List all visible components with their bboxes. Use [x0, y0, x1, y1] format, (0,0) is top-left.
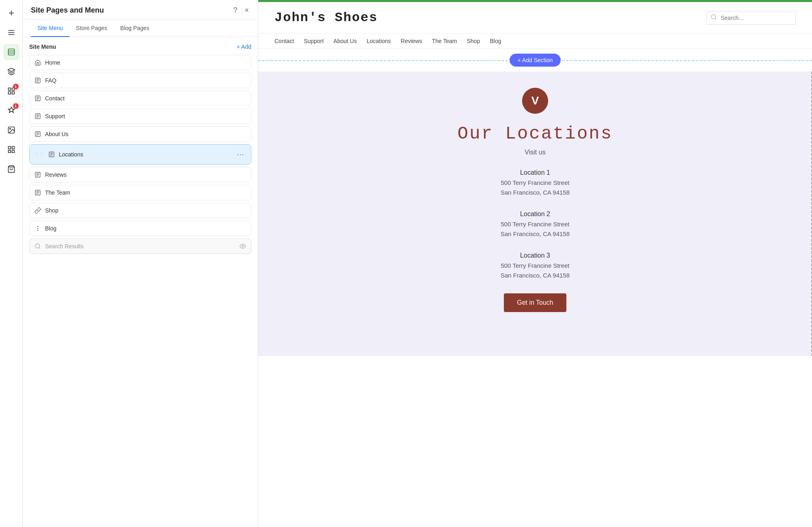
- plugins-badge: 1: [13, 103, 19, 109]
- apps-badge: 1: [13, 84, 19, 89]
- locations-more-button[interactable]: ⋯: [235, 149, 246, 160]
- logo-letter: V: [531, 94, 539, 107]
- nav-item-about-us[interactable]: About Us: [333, 38, 357, 44]
- pages-icon-btn[interactable]: [3, 44, 19, 60]
- nav-item-blog[interactable]: Blog: [490, 38, 501, 44]
- location-block-2: Location 2 500 Terry Francine Street San…: [274, 210, 796, 239]
- page-label-shop: Shop: [45, 207, 246, 214]
- svg-rect-11: [12, 92, 14, 94]
- panel-title: Site Pages and Menu: [31, 6, 104, 15]
- page-item-blog[interactable]: Blog: [29, 221, 251, 236]
- media-icon-btn[interactable]: [3, 122, 19, 138]
- preview-content: John's Shoes Contact Support About Us Lo…: [258, 2, 812, 527]
- help-button[interactable]: ?: [232, 6, 238, 15]
- svg-rect-17: [12, 150, 14, 153]
- location-2-name: Location 2: [274, 210, 796, 218]
- locations-subtitle: Visit us: [274, 149, 796, 156]
- nav-item-contact[interactable]: Contact: [274, 38, 294, 44]
- page-icon-blog: [35, 225, 41, 232]
- page-label-the-team: The Team: [45, 189, 246, 196]
- add-icon-btn[interactable]: [3, 5, 19, 21]
- drag-handle-locations[interactable]: ⋮⋮: [35, 152, 44, 157]
- page-icon-reviews: [35, 171, 41, 178]
- page-icon-support: [35, 113, 41, 119]
- site-search-input[interactable]: [706, 11, 796, 25]
- page-label-about-us: About Us: [45, 131, 246, 137]
- search-icon: [35, 243, 41, 249]
- svg-point-47: [37, 228, 38, 228]
- paint-icon-btn[interactable]: [3, 63, 19, 80]
- tab-store-pages[interactable]: Store Pages: [69, 20, 114, 37]
- panel-header: Site Pages and Menu ? ×: [23, 0, 258, 20]
- preview-area: John's Shoes Contact Support About Us Lo…: [258, 0, 812, 527]
- get-in-touch-button[interactable]: Get in Touch: [504, 293, 566, 312]
- location-2-street: 500 Terry Francine Street: [274, 219, 796, 229]
- page-item-search-results[interactable]: Search Results: [29, 239, 251, 254]
- site-logo: John's Shoes: [274, 10, 378, 25]
- page-label-blog: Blog: [45, 225, 246, 232]
- close-button[interactable]: ×: [244, 6, 250, 15]
- search-results-label: Search Results: [45, 243, 235, 249]
- page-item-contact[interactable]: Contact: [29, 91, 251, 106]
- location-1-street: 500 Terry Francine Street: [274, 178, 796, 188]
- svg-rect-14: [8, 147, 11, 149]
- page-item-the-team[interactable]: The Team: [29, 185, 251, 200]
- add-page-button[interactable]: + Add: [237, 43, 251, 50]
- page-icon-the-team: [35, 189, 41, 196]
- page-item-faq[interactable]: FAQ: [29, 73, 251, 88]
- location-3-street: 500 Terry Francine Street: [274, 261, 796, 271]
- bag-icon-btn[interactable]: [3, 161, 19, 177]
- tab-site-menu[interactable]: Site Menu: [31, 20, 69, 37]
- svg-line-54: [715, 18, 716, 20]
- svg-rect-8: [8, 88, 11, 91]
- plugins-icon-btn[interactable]: 1: [3, 102, 19, 119]
- menu-icon-btn[interactable]: [3, 24, 19, 41]
- preview-main: V Our Locations Visit us Location 1 500 …: [258, 72, 812, 356]
- page-list-area: Site Menu + Add Home FAQ: [23, 37, 258, 527]
- location-1-name: Location 1: [274, 169, 796, 176]
- site-header: John's Shoes: [258, 2, 812, 33]
- page-item-reviews[interactable]: Reviews: [29, 167, 251, 182]
- page-item-home[interactable]: Home: [29, 55, 251, 70]
- page-item-shop[interactable]: Shop: [29, 203, 251, 218]
- svg-point-13: [9, 128, 10, 130]
- location-block-1: Location 1 500 Terry Francine Street San…: [274, 169, 796, 197]
- page-icon-home: [35, 59, 41, 66]
- svg-point-48: [37, 226, 38, 227]
- site-pages-panel: Site Pages and Menu ? × Site Menu Store …: [23, 0, 258, 527]
- nav-item-reviews[interactable]: Reviews: [401, 38, 422, 44]
- page-label-faq: FAQ: [45, 77, 246, 84]
- svg-rect-10: [8, 92, 11, 94]
- panel-header-actions: ? ×: [232, 6, 250, 15]
- location-3-name: Location 3: [274, 252, 796, 259]
- search-container: [706, 11, 796, 25]
- page-list-header: Site Menu + Add: [29, 43, 251, 50]
- page-item-about-us[interactable]: About Us: [29, 126, 251, 142]
- page-icon-about-us: [35, 131, 41, 137]
- panel-content: Site Menu + Add Home FAQ: [23, 37, 258, 527]
- tab-blog-pages[interactable]: Blog Pages: [114, 20, 156, 37]
- nav-item-support[interactable]: Support: [304, 38, 324, 44]
- svg-rect-5: [8, 49, 14, 55]
- add-section-button[interactable]: + Add Section: [510, 54, 561, 67]
- svg-point-52: [242, 245, 244, 247]
- locations-page-title: Our Locations: [274, 124, 796, 144]
- svg-rect-15: [12, 147, 14, 149]
- nav-item-shop[interactable]: Shop: [467, 38, 480, 44]
- eye-icon: [240, 243, 246, 249]
- page-label-reviews: Reviews: [45, 171, 246, 178]
- svg-point-53: [711, 15, 716, 19]
- location-1-city: San Francisco, CA 94158: [274, 188, 796, 197]
- svg-rect-16: [8, 150, 11, 153]
- nav-item-the-team[interactable]: The Team: [432, 38, 457, 44]
- svg-line-51: [39, 247, 40, 249]
- nav-item-locations[interactable]: Locations: [367, 38, 391, 44]
- page-item-locations[interactable]: ⋮⋮ Locations ⋯: [29, 144, 251, 165]
- location-block-3: Location 3 500 Terry Francine Street San…: [274, 252, 796, 280]
- location-2-city: San Francisco, CA 94158: [274, 229, 796, 239]
- apps-icon-btn[interactable]: 1: [3, 83, 19, 99]
- page-item-support[interactable]: Support: [29, 108, 251, 124]
- page-icon-faq: [35, 77, 41, 84]
- grid-icon-btn[interactable]: [3, 141, 19, 158]
- page-icon-shop: [35, 207, 41, 214]
